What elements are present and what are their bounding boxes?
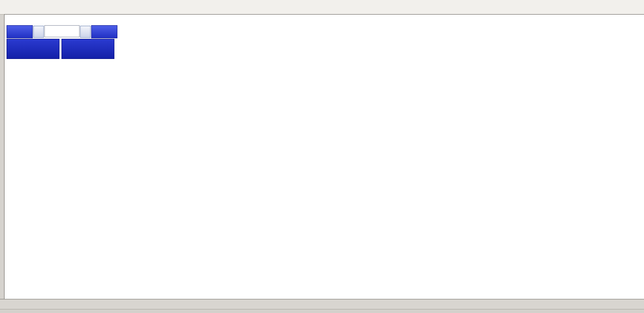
buy-price-button[interactable] bbox=[61, 39, 114, 59]
one-click-trading-panel bbox=[7, 25, 117, 59]
sell-price-button[interactable] bbox=[7, 39, 59, 59]
status-strip bbox=[0, 309, 644, 313]
volume-increase-button[interactable] bbox=[80, 26, 91, 38]
chart-window bbox=[4, 14, 644, 299]
chart-tabs-bar bbox=[0, 299, 644, 309]
volume-decrease-button[interactable] bbox=[33, 26, 44, 38]
mt4-window bbox=[0, 0, 644, 313]
rsi-indicator-label bbox=[7, 246, 9, 253]
sell-button[interactable] bbox=[7, 25, 33, 38]
buy-button[interactable] bbox=[91, 25, 117, 38]
chart-title bbox=[9, 18, 15, 24]
macd-indicator-label bbox=[7, 218, 12, 224]
volume-input[interactable] bbox=[44, 25, 80, 37]
timeframe-toolbar bbox=[0, 0, 644, 15]
